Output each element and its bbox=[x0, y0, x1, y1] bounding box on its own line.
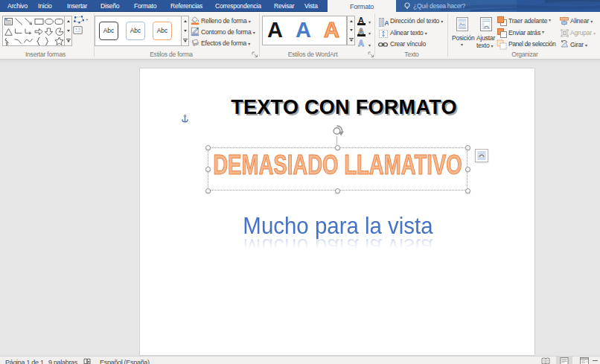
svg-text:A: A bbox=[384, 19, 389, 27]
